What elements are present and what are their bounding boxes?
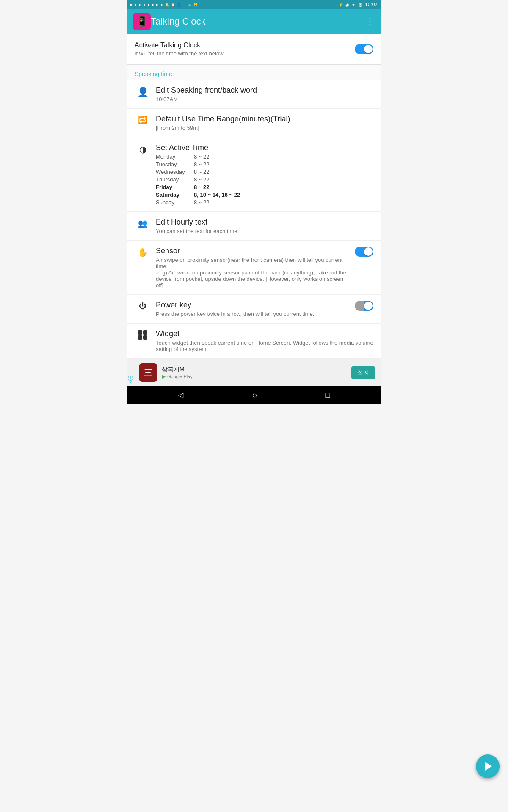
sensor-content: Sensor Air swipe on proximity sensor(nea… xyxy=(156,247,351,288)
edit-speaking-subtitle: 10:07AM xyxy=(156,96,373,102)
nav-bar: ◁ ○ □ xyxy=(127,386,381,404)
schedule-row: Tuesday8 ~ 22 xyxy=(156,161,373,167)
power-key-item[interactable]: ⏻ Power key Press the power key twice in… xyxy=(127,295,381,324)
status-bar: ▶ ▶ ▶ ▶ ▶ ▶ ▶ ▶ 🔔 📋 👤 ··· ⚠ 😺 ⚡ ◉ ▼ 🔋 10… xyxy=(127,0,381,9)
schedule-day: Sunday xyxy=(156,199,194,206)
ad-banner: i ✕ 三 삼국지M ▶ Google Play 설치 xyxy=(127,359,381,386)
set-active-time-item[interactable]: ◑ Set Active Time Monday8 ~ 22Tuesday8 ~… xyxy=(127,137,381,212)
schedule-day: Saturday xyxy=(156,192,194,198)
sensor-title: Sensor xyxy=(156,247,351,255)
main-content: Activate Talking Clock It will tell the … xyxy=(127,34,381,386)
ad-app-icon: 三 xyxy=(139,363,157,382)
activate-toggle-switch[interactable] xyxy=(355,44,373,54)
widget-content: Widget Touch widget then speak current t… xyxy=(156,329,373,352)
edit-hourly-item[interactable]: 👥 Edit Hourly text You can set the text … xyxy=(127,212,381,241)
schedule-day: Friday xyxy=(156,184,194,190)
sensor-toggle-switch[interactable] xyxy=(355,247,373,257)
schedule-row: Sunday8 ~ 22 xyxy=(156,199,373,206)
ad-app-name: 삼국지M xyxy=(162,366,351,373)
power-key-content: Power key Press the power key twice in a… xyxy=(156,301,351,317)
back-button[interactable]: ◁ xyxy=(178,390,184,400)
google-play-icon: ▶ xyxy=(162,373,166,379)
edit-hourly-content: Edit Hourly text You can set the text fo… xyxy=(156,218,373,234)
status-icons-right: ⚡ ◉ ▼ 🔋 10:07 xyxy=(338,2,378,8)
widget-icon xyxy=(135,330,151,340)
wifi-icon: ▼ xyxy=(351,3,356,7)
widget-title: Widget xyxy=(156,329,373,338)
power-key-subtitle: Press the power key twice in a row, then… xyxy=(156,311,351,317)
default-time-range-subtitle: [From 2m to 59m] xyxy=(156,125,373,131)
schedule-day: Wednesday xyxy=(156,169,194,175)
sensor-toggle-container xyxy=(355,247,373,257)
activate-toggle-subtitle: It will tell the time with the text belo… xyxy=(135,50,224,57)
ad-info-icon: i ✕ xyxy=(128,376,133,384)
status-icons-left: ▶ ▶ ▶ ▶ ▶ ▶ ▶ ▶ 🔔 📋 👤 ··· ⚠ 😺 xyxy=(130,3,198,7)
schedule-day: Monday xyxy=(156,154,194,160)
person-icon: 👤 xyxy=(135,87,151,98)
edit-hourly-subtitle: You can set the text for each time. xyxy=(156,228,373,234)
schedule-time: 8, 10 ~ 14, 16 ~ 22 xyxy=(194,192,240,198)
clock-half-icon: ◑ xyxy=(135,144,151,154)
battery-icon: 🔋 xyxy=(358,3,363,7)
ad-install-button[interactable]: 설치 xyxy=(351,366,375,379)
edit-speaking-content: Edit Speaking front/back word 10:07AM xyxy=(156,86,373,102)
default-time-range-content: Default Use Time Range(minutes)(Trial) [… xyxy=(156,115,373,131)
app-bar: 📱 Talking Clock ⋮ xyxy=(127,9,381,34)
widget-icon-grid xyxy=(138,330,147,340)
schedule-time: 8 ~ 22 xyxy=(194,176,210,183)
schedule-list: Monday8 ~ 22Tuesday8 ~ 22Wednesday8 ~ 22… xyxy=(156,154,373,206)
schedule-row: Wednesday8 ~ 22 xyxy=(156,169,373,175)
schedule-day: Tuesday xyxy=(156,161,194,167)
speaking-time-header: Speaking time xyxy=(127,65,381,80)
repeat-icon: 🔁 xyxy=(135,115,151,125)
default-time-range-title: Default Use Time Range(minutes)(Trial) xyxy=(156,115,373,123)
schedule-row: Thursday8 ~ 22 xyxy=(156,176,373,183)
circle-icon: ◉ xyxy=(345,3,349,7)
edit-speaking-title: Edit Speaking front/back word xyxy=(156,86,373,95)
sensor-item[interactable]: ✋ Sensor Air swipe on proximity sensor(n… xyxy=(127,241,381,295)
hand-icon: ✋ xyxy=(135,247,151,258)
recents-button[interactable]: □ xyxy=(326,391,330,400)
power-key-toggle-container xyxy=(355,301,373,311)
app-icon-symbol: 📱 xyxy=(136,16,148,27)
ad-text-content: 삼국지M ▶ Google Play xyxy=(162,366,351,379)
schedule-row: Monday8 ~ 22 xyxy=(156,154,373,160)
google-play-text: Google Play xyxy=(167,374,193,379)
edit-speaking-item[interactable]: 👤 Edit Speaking front/back word 10:07AM xyxy=(127,80,381,109)
schedule-time: 8 ~ 22 xyxy=(194,199,210,206)
activate-toggle-text: Activate Talking Clock It will tell the … xyxy=(135,41,224,57)
sensor-subtitle: Air swipe on proximity sensor(near the f… xyxy=(156,257,351,288)
home-button[interactable]: ○ xyxy=(252,390,257,400)
app-title: Talking Clock xyxy=(151,16,365,27)
set-active-time-title: Set Active Time xyxy=(156,143,373,152)
schedule-time: 8 ~ 22 xyxy=(194,161,210,167)
time-display: 10:07 xyxy=(365,2,378,8)
activate-toggle-row[interactable]: Activate Talking Clock It will tell the … xyxy=(127,34,381,65)
schedule-row: Saturday8, 10 ~ 14, 16 ~ 22 xyxy=(156,192,373,198)
app-icon: 📱 xyxy=(133,13,151,30)
bluetooth-icon: ⚡ xyxy=(338,3,343,7)
widget-subtitle: Touch widget then speak current time on … xyxy=(156,340,373,352)
set-active-time-content: Set Active Time Monday8 ~ 22Tuesday8 ~ 2… xyxy=(156,143,373,206)
schedule-time: 8 ~ 22 xyxy=(194,169,210,175)
schedule-day: Thursday xyxy=(156,176,194,183)
overflow-menu-button[interactable]: ⋮ xyxy=(365,16,375,27)
edit-hourly-title: Edit Hourly text xyxy=(156,218,373,227)
notification-icons: ▶ ▶ ▶ ▶ ▶ ▶ ▶ ▶ 🔔 📋 👤 ··· ⚠ 😺 xyxy=(130,3,198,7)
power-icon: ⏻ xyxy=(135,302,151,310)
schedule-time: 8 ~ 22 xyxy=(194,184,210,190)
power-key-title: Power key xyxy=(156,301,351,310)
power-key-toggle-switch[interactable] xyxy=(355,301,373,311)
activate-toggle-title: Activate Talking Clock xyxy=(135,41,224,49)
ad-store-label: ▶ Google Play xyxy=(162,373,351,379)
default-time-range-item[interactable]: 🔁 Default Use Time Range(minutes)(Trial)… xyxy=(127,109,381,137)
widget-item[interactable]: Widget Touch widget then speak current t… xyxy=(127,324,381,359)
people-icon: 👥 xyxy=(135,219,151,228)
schedule-row: Friday8 ~ 22 xyxy=(156,184,373,190)
schedule-time: 8 ~ 22 xyxy=(194,154,210,160)
